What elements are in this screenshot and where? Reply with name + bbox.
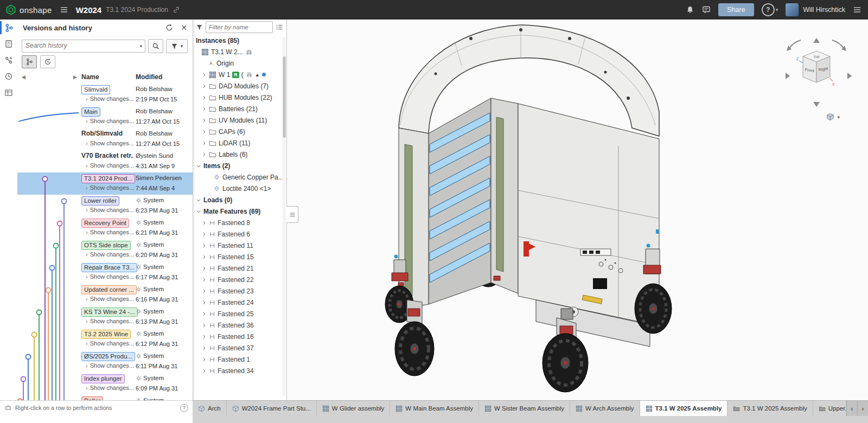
version-badge[interactable]: T3.1 2024 Prod... <box>81 174 135 183</box>
mate-feature-row[interactable]: Fastened 24 <box>193 297 286 308</box>
mate-feature-row[interactable]: Fastened 22 <box>193 274 286 285</box>
chevron-down-icon[interactable]: ▾ <box>139 43 142 49</box>
show-changes-toggle[interactable]: ›Show changes... <box>86 118 134 124</box>
history-icon[interactable] <box>0 68 17 85</box>
tab-folder[interactable]: T3.1 W 2025 Assembly <box>727 401 813 416</box>
avatar[interactable] <box>786 3 799 16</box>
scrollbar[interactable] <box>283 37 286 396</box>
mate-feature-row[interactable]: Fastened 11 <box>193 240 286 251</box>
version-badge[interactable]: ØS/2025 Produ... <box>81 352 135 361</box>
show-changes-toggle[interactable]: ›Show changes... <box>86 318 134 324</box>
show-changes-toggle[interactable]: ›Show changes... <box>86 162 134 169</box>
chevron-down-icon[interactable] <box>196 197 201 203</box>
notes-icon[interactable] <box>0 36 17 52</box>
help-icon[interactable]: ? <box>180 404 188 412</box>
version-badge[interactable]: Recovery Point <box>81 219 129 228</box>
robot-3d-model[interactable] <box>346 22 693 396</box>
tree-folder[interactable]: Labels (6) <box>193 149 286 160</box>
chevron-right-icon[interactable] <box>201 323 207 328</box>
tree-item-subassembly[interactable]: W 1 R ( ▲ <box>193 69 286 80</box>
tree-folder[interactable]: HUB Modules (22) <box>193 92 286 103</box>
scroll-right-icon[interactable]: ▶ <box>73 74 77 80</box>
show-changes-toggle[interactable]: ›Show changes... <box>86 251 134 258</box>
version-row-selected[interactable]: T3.1 2024 Prod... Simen Pedersen ›Show c… <box>17 172 193 195</box>
loads-section-header[interactable]: Loads (0) <box>193 194 286 206</box>
references-icon[interactable] <box>0 52 17 68</box>
tree-item[interactable]: Generic Copper Pa... <box>193 171 286 183</box>
tab-assembly[interactable]: W Main Beam Assembly <box>390 401 479 416</box>
chevron-right-icon[interactable] <box>201 311 207 317</box>
share-button[interactable]: Share <box>718 3 754 16</box>
chevron-down-icon[interactable] <box>196 209 201 214</box>
tabs-scroll-left-icon[interactable]: ‹ <box>846 401 857 416</box>
chevron-right-icon[interactable] <box>201 152 207 157</box>
tab-assembly-active[interactable]: T3.1 W 2025 Assembly <box>640 401 728 416</box>
mate-feature-row[interactable]: Fastened 8 <box>193 217 286 228</box>
assistant-icon[interactable] <box>4 404 12 412</box>
show-changes-toggle[interactable]: ›Show changes... <box>86 273 134 280</box>
version-row[interactable]: V70 Bracket retr... Øystein Sund ›Show c… <box>17 150 193 172</box>
version-row[interactable]: ØS/2025 Produ... System ›Show changes...… <box>17 350 193 373</box>
tree-folder[interactable]: LiDAR (11) <box>193 137 286 149</box>
versions-history-icon[interactable] <box>0 20 17 36</box>
help-menu[interactable]: ? ▾ <box>762 3 778 16</box>
main-menu-icon[interactable] <box>60 5 68 14</box>
chevron-right-icon[interactable] <box>201 277 207 283</box>
branch-name[interactable]: Rob/Slimvald <box>81 130 123 138</box>
list-options-icon[interactable] <box>276 23 283 31</box>
scroll-left-icon[interactable]: ◀ <box>22 74 25 80</box>
version-row[interactable]: Repair Brace T3... System ›Show changes.… <box>17 261 193 284</box>
notifications-bell-icon[interactable] <box>686 5 694 14</box>
show-changes-toggle[interactable]: ›Show changes... <box>86 340 134 347</box>
version-row[interactable]: Roller System <box>17 395 193 400</box>
chevron-right-icon[interactable] <box>201 345 207 351</box>
version-badge[interactable]: Slimvald <box>81 85 110 94</box>
mate-feature-row[interactable]: Fastened 1 <box>193 354 286 365</box>
mate-feature-row[interactable]: Fastened 34 <box>193 365 286 376</box>
chevron-right-icon[interactable] <box>201 220 207 226</box>
show-changes-toggle[interactable]: ›Show changes... <box>86 207 134 213</box>
show-changes-toggle[interactable]: ›Show changes... <box>86 184 134 191</box>
show-changes-toggle[interactable]: ›Show changes... <box>86 140 134 146</box>
mate-feature-row[interactable]: Fastened 21 <box>193 262 286 274</box>
tab-assembly[interactable]: W Glider assembly <box>317 401 391 416</box>
mate-feature-row[interactable]: Fastened 36 <box>193 319 286 331</box>
version-row[interactable]: Recovery Point System ›Show changes... 6… <box>17 217 193 239</box>
user-menu-icon[interactable] <box>853 5 861 14</box>
chevron-right-icon[interactable] <box>201 84 207 89</box>
chevron-right-icon[interactable] <box>201 118 207 123</box>
view-options-button[interactable]: ▾ <box>826 113 840 121</box>
branch-name[interactable]: V70 Bracket retr... <box>81 152 133 160</box>
history-view-toggle[interactable] <box>40 55 55 68</box>
chevron-right-icon[interactable] <box>201 129 207 134</box>
items-section-header[interactable]: Items (2) <box>193 160 286 171</box>
chevron-right-icon[interactable] <box>201 334 207 339</box>
version-badge[interactable]: Index plunger <box>81 374 125 383</box>
tab-part-studio[interactable]: Arch <box>193 401 227 416</box>
help-icon[interactable]: ? <box>762 3 775 16</box>
mate-feature-row[interactable]: Fastened 25 <box>193 308 286 319</box>
chevron-down-icon[interactable] <box>196 163 201 169</box>
version-badge[interactable]: Updated corner ... <box>81 285 137 294</box>
tree-item[interactable]: Loctite 2400 <1> <box>193 183 286 194</box>
show-changes-toggle[interactable]: ›Show changes... <box>86 95 134 102</box>
properties-icon[interactable] <box>0 85 17 101</box>
show-changes-toggle[interactable]: ›Show changes... <box>86 384 134 391</box>
tab-folder[interactable]: Upper... <box>813 401 846 416</box>
filter-by-name-input[interactable] <box>206 21 273 33</box>
tree-folder[interactable]: Batteries (21) <box>193 103 286 114</box>
filter-icon[interactable] <box>196 24 203 31</box>
version-badge[interactable]: Main <box>81 107 100 117</box>
tree-item-root-assembly[interactable]: T3.1 W 2... <box>193 46 286 57</box>
version-row[interactable]: KS T3 Wine 24 -... System ›Show changes.… <box>17 306 193 328</box>
chevron-right-icon[interactable] <box>201 357 207 362</box>
chevron-right-icon[interactable] <box>201 254 207 260</box>
chevron-right-icon[interactable] <box>201 368 207 374</box>
version-row[interactable]: Updated corner ... System ›Show changes.… <box>17 284 193 306</box>
mate-feature-row[interactable]: Fastened 6 <box>193 228 286 240</box>
version-row[interactable]: T3.2 2025 Wine System ›Show changes... 6… <box>17 328 193 350</box>
scrollbar-thumb[interactable] <box>283 56 286 138</box>
mate-feature-row[interactable]: Fastened 37 <box>193 342 286 354</box>
filter-button[interactable]: ▾ <box>166 39 188 53</box>
tab-assembly[interactable]: W Sister Beam Assembly <box>479 401 570 416</box>
